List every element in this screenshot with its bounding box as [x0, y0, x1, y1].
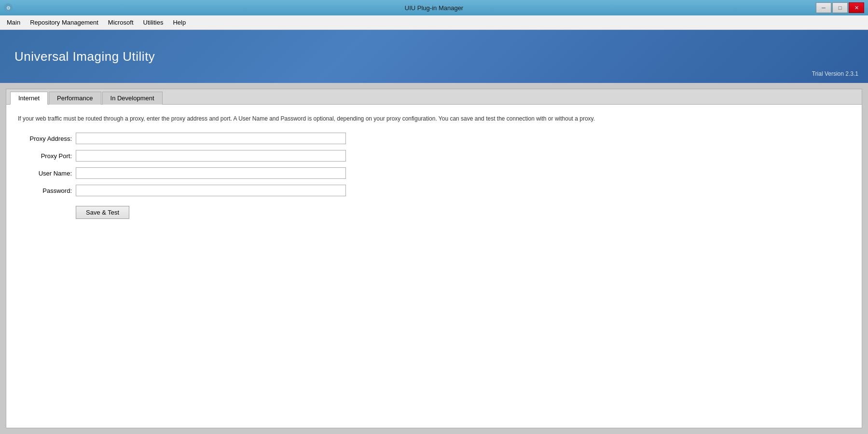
- minimize-button[interactable]: ─: [816, 2, 831, 13]
- user-name-group: User Name:: [18, 167, 850, 179]
- maximize-button[interactable]: □: [832, 2, 848, 13]
- proxy-port-label: Proxy Port:: [18, 152, 76, 160]
- version-label: Trial Version 2.3.1: [812, 70, 858, 77]
- tab-in-development[interactable]: In Development: [102, 92, 163, 105]
- menu-help[interactable]: Help: [168, 15, 191, 29]
- user-name-label: User Name:: [18, 170, 76, 177]
- window-title: UIU Plug-in Manager: [405, 4, 463, 12]
- proxy-address-label: Proxy Address:: [18, 135, 76, 142]
- header-banner: Universal Imaging Utility Trial Version …: [0, 30, 868, 83]
- menu-utilities[interactable]: Utilities: [138, 15, 168, 29]
- info-text: If your web traffic must be routed throu…: [18, 114, 850, 123]
- proxy-port-group: Proxy Port:: [18, 150, 850, 162]
- app-title: Universal Imaging Utility: [14, 49, 854, 64]
- password-label: Password:: [18, 187, 76, 194]
- tab-panel: Internet Performance In Development If y…: [6, 89, 862, 428]
- title-bar-left: ⚙: [4, 3, 13, 12]
- app-icon: ⚙: [4, 3, 13, 12]
- title-bar: ⚙ UIU Plug-in Manager ─ □ ✕: [0, 0, 868, 15]
- window-controls: ─ □ ✕: [816, 2, 864, 13]
- main-content: Internet Performance In Development If y…: [0, 83, 868, 434]
- password-input[interactable]: [76, 185, 346, 196]
- close-button[interactable]: ✕: [849, 2, 864, 13]
- menu-main[interactable]: Main: [2, 15, 25, 29]
- proxy-address-input[interactable]: [76, 133, 346, 144]
- button-row: Save & Test: [76, 206, 850, 219]
- tab-performance[interactable]: Performance: [49, 92, 101, 105]
- proxy-address-group: Proxy Address:: [18, 133, 850, 144]
- password-group: Password:: [18, 185, 850, 196]
- tab-header: Internet Performance In Development: [6, 89, 862, 105]
- save-test-button[interactable]: Save & Test: [76, 206, 129, 219]
- user-name-input[interactable]: [76, 167, 346, 179]
- tab-content-internet: If your web traffic must be routed throu…: [6, 105, 862, 229]
- menu-bar: Main Repository Management Microsoft Uti…: [0, 15, 868, 30]
- menu-microsoft[interactable]: Microsoft: [103, 15, 138, 29]
- menu-repository-management[interactable]: Repository Management: [25, 15, 103, 29]
- tab-internet[interactable]: Internet: [10, 92, 48, 105]
- proxy-port-input[interactable]: [76, 150, 346, 162]
